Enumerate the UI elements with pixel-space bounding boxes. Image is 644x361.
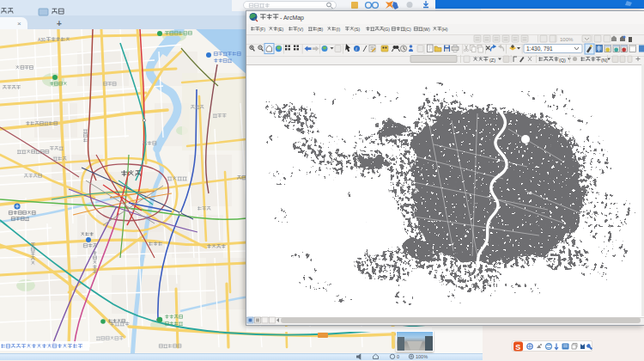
svg-text:(Q): (Q) bbox=[559, 58, 566, 63]
svg-text:(F): (F) bbox=[259, 27, 265, 32]
svg-text:(H): (H) bbox=[441, 27, 447, 32]
svg-text:- ArcMap: - ArcMap bbox=[280, 15, 304, 21]
svg-text:(I): (I) bbox=[336, 27, 340, 32]
svg-text:(S): (S) bbox=[354, 27, 360, 32]
svg-text:100%: 100% bbox=[560, 37, 574, 42]
svg-text:(B): (B) bbox=[317, 27, 323, 32]
svg-text:(N): (N) bbox=[601, 58, 608, 63]
svg-text:(G): (G) bbox=[384, 27, 391, 32]
svg-text:1:430, 791: 1:430, 791 bbox=[526, 46, 553, 52]
svg-text:(W): (W) bbox=[422, 27, 430, 32]
svg-text:(E): (E) bbox=[277, 27, 283, 32]
svg-text:(C): (C) bbox=[404, 27, 410, 32]
svg-text:(Z): (Z) bbox=[489, 58, 495, 63]
svg-text:(V): (V) bbox=[297, 27, 303, 32]
